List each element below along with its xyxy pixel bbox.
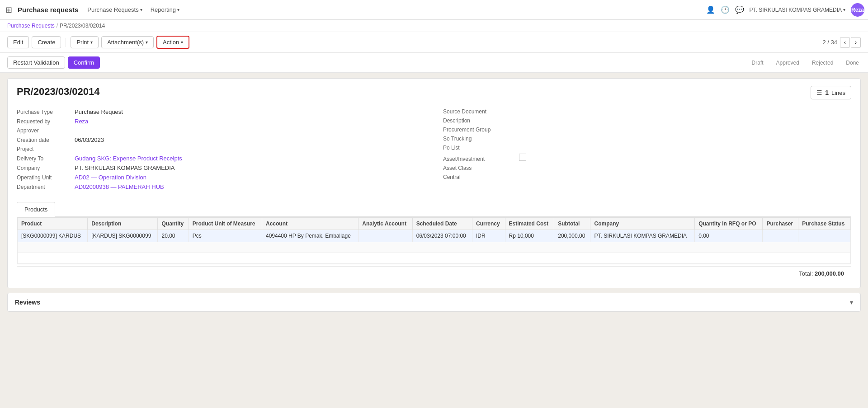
nav-right: 👤 🕐 💬 PT. SIRKULASI KOMPAS GRAMEDIA ▾ Re… bbox=[706, 3, 865, 17]
products-table-container: Product Description Quantity Product Uni… bbox=[17, 217, 851, 264]
chat-icon[interactable]: 💬 bbox=[735, 5, 744, 14]
grid-icon[interactable]: ⊞ bbox=[4, 3, 14, 17]
field-asset-class: Asset Class bbox=[443, 165, 851, 171]
lines-count: 1 bbox=[825, 89, 829, 96]
toolbar: Edit Create Print ▾ Attachment(s) ▾ Acti… bbox=[0, 32, 868, 53]
attachments-button[interactable]: Attachment(s) ▾ bbox=[101, 36, 154, 48]
cell-purchaser bbox=[763, 230, 798, 242]
prev-record-button[interactable]: ‹ bbox=[840, 37, 850, 48]
cell-scheduled-date: 06/03/2023 07:00:00 bbox=[412, 230, 472, 242]
checkbox-asset-investment[interactable] bbox=[519, 154, 526, 161]
field-description: Description bbox=[443, 117, 851, 124]
col-product: Product bbox=[18, 218, 88, 230]
form-section: Purchase Type Purchase Request Requested… bbox=[17, 108, 851, 193]
field-procurement-group: Procurement Group bbox=[443, 127, 851, 133]
table-body: [SKG0000099] KARDUS [KARDUS] SKG0000099 … bbox=[18, 230, 851, 264]
table-row-empty1 bbox=[18, 242, 851, 253]
pr-header: PR/2023/03/02014 ☰ 1 Lines bbox=[17, 86, 851, 99]
print-button[interactable]: Print ▾ bbox=[71, 36, 99, 48]
cell-account: 4094400 HP By Pemak. Emballage bbox=[262, 230, 358, 242]
col-scheduled-date: Scheduled Date bbox=[412, 218, 472, 230]
top-nav: ⊞ Purchase requests Purchase Requests ▾ … bbox=[0, 0, 868, 20]
pagination-area: 2 / 34 ‹ › bbox=[822, 37, 861, 48]
field-so-trucking: So Trucking bbox=[443, 136, 851, 142]
value-department[interactable]: AD02000938 — PALMERAH HUB bbox=[75, 183, 164, 190]
cell-analytic-account bbox=[359, 230, 412, 242]
tab-products[interactable]: Products bbox=[17, 202, 55, 217]
field-company: Company PT. SIRKULASI KOMPAS GRAMEDIA bbox=[17, 164, 425, 171]
stage-pipeline: Draft Approved Rejected Done bbox=[750, 59, 861, 67]
nav-reporting[interactable]: Reporting ▾ bbox=[147, 5, 183, 15]
next-record-button[interactable]: › bbox=[851, 37, 861, 48]
stage-draft[interactable]: Draft bbox=[750, 59, 765, 67]
app-title: Purchase requests bbox=[18, 6, 78, 14]
cell-product: [SKG0000099] KARDUS bbox=[18, 230, 88, 242]
create-button[interactable]: Create bbox=[32, 36, 61, 48]
pagination-text: 2 / 34 bbox=[822, 39, 837, 46]
value-company: PT. SIRKULASI KOMPAS GRAMEDIA bbox=[75, 164, 175, 171]
reporting-arrow: ▾ bbox=[177, 7, 179, 12]
cell-purchase-status bbox=[798, 230, 851, 242]
cell-currency: IDR bbox=[472, 230, 505, 242]
table-header: Product Description Quantity Product Uni… bbox=[18, 218, 851, 230]
field-source-document: Source Document bbox=[443, 108, 851, 115]
col-purchaser: Purchaser bbox=[763, 218, 798, 230]
col-company: Company bbox=[590, 218, 695, 230]
table-row[interactable]: [SKG0000099] KARDUS [KARDUS] SKG0000099 … bbox=[18, 230, 851, 242]
field-requested-by: Requested by Reza bbox=[17, 118, 425, 125]
left-form-col: Purchase Type Purchase Request Requested… bbox=[17, 108, 425, 193]
breadcrumb-separator: / bbox=[57, 23, 58, 29]
activity-icon[interactable]: 👤 bbox=[706, 5, 715, 14]
main-card: PR/2023/03/02014 ☰ 1 Lines Purchase Type… bbox=[7, 78, 861, 288]
confirm-button[interactable]: Confirm bbox=[68, 56, 100, 69]
label-approver: Approver bbox=[17, 127, 71, 134]
reviews-section[interactable]: Reviews ▾ bbox=[7, 293, 861, 312]
stage-done[interactable]: Done bbox=[844, 59, 861, 67]
cell-subtotal: 200,000.00 bbox=[554, 230, 590, 242]
total-label: Total: bbox=[799, 270, 813, 277]
value-delivery-to[interactable]: Gudang SKG: Expense Product Receipts bbox=[75, 155, 182, 162]
user-avatar[interactable]: Reza bbox=[851, 3, 864, 17]
right-form-col: Source Document Description Procurement … bbox=[443, 108, 851, 193]
edit-button[interactable]: Edit bbox=[7, 36, 29, 48]
label-delivery-to: Delivery To bbox=[17, 155, 71, 162]
action-button[interactable]: Action ▾ bbox=[156, 36, 189, 49]
breadcrumb-current: PR/2023/03/02014 bbox=[60, 23, 105, 29]
total-row: Total: 200,000.00 bbox=[17, 266, 851, 281]
lines-list-icon: ☰ bbox=[816, 89, 822, 96]
lines-button[interactable]: ☰ 1 Lines bbox=[811, 86, 851, 99]
action-dropdown-arrow: ▾ bbox=[181, 40, 183, 45]
cell-description: [KARDUS] SKG0000099 bbox=[88, 230, 158, 242]
value-operating-unit[interactable]: AD02 — Operation Division bbox=[75, 174, 146, 181]
field-central: Central bbox=[443, 174, 851, 180]
breadcrumb-parent[interactable]: Purchase Requests bbox=[7, 23, 55, 29]
content-area: PR/2023/03/02014 ☰ 1 Lines Purchase Type… bbox=[0, 73, 868, 406]
cell-estimated-cost: Rp 10,000 bbox=[505, 230, 554, 242]
col-qty-rfq: Quantity in RFQ or PO bbox=[695, 218, 763, 230]
field-purchase-type: Purchase Type Purchase Request bbox=[17, 108, 425, 115]
label-source-document: Source Document bbox=[443, 108, 515, 115]
label-description: Description bbox=[443, 117, 515, 124]
attachments-dropdown-arrow: ▾ bbox=[146, 40, 148, 45]
toolbar-separator bbox=[66, 38, 66, 47]
nav-purchase-requests[interactable]: Purchase Requests ▾ bbox=[84, 5, 146, 15]
clock-icon[interactable]: 🕐 bbox=[721, 5, 730, 14]
cell-qty-rfq: 0.00 bbox=[695, 230, 763, 242]
stage-rejected[interactable]: Rejected bbox=[810, 59, 835, 67]
col-estimated-cost: Estimated Cost bbox=[505, 218, 554, 230]
label-central: Central bbox=[443, 174, 515, 180]
field-approver: Approver bbox=[17, 127, 425, 134]
label-operating-unit: Operating Unit bbox=[17, 174, 71, 181]
company-selector[interactable]: PT. SIRKULASI KOMPAS GRAMEDIA ▾ bbox=[750, 7, 846, 13]
tabs-bar: Products bbox=[17, 202, 851, 217]
restart-validation-button[interactable]: Restart Validation bbox=[7, 56, 65, 69]
cell-company: PT. SIRKULASI KOMPAS GRAMEDIA bbox=[590, 230, 695, 242]
col-analytic-account: Analytic Account bbox=[359, 218, 412, 230]
col-uom: Product Unit of Measure bbox=[189, 218, 262, 230]
cell-uom: Pcs bbox=[189, 230, 262, 242]
stage-approved[interactable]: Approved bbox=[774, 59, 801, 67]
cell-quantity: 20.00 bbox=[158, 230, 189, 242]
value-requested-by[interactable]: Reza bbox=[75, 118, 88, 125]
field-project: Project bbox=[17, 146, 425, 152]
label-po-list: Po List bbox=[443, 145, 515, 151]
